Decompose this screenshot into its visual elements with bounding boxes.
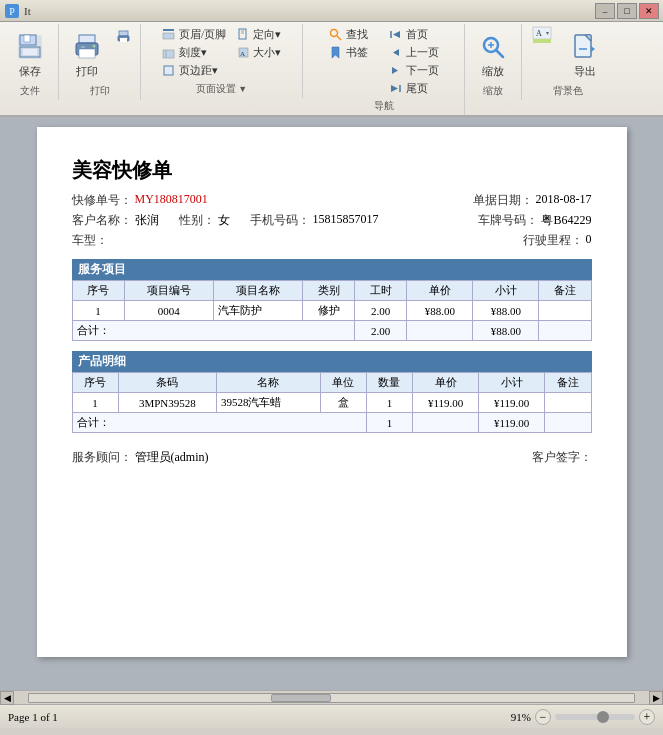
maximize-btn[interactable]: □	[617, 3, 637, 19]
bg-dropdown-btn[interactable]: A	[528, 26, 556, 43]
window-title: It	[24, 5, 595, 17]
svg-text:P: P	[9, 6, 15, 17]
export-button[interactable]: 导出	[563, 26, 607, 82]
product-section-title: 产品明细	[72, 351, 592, 372]
scroll-right-btn[interactable]: ▶	[649, 691, 663, 705]
first-page-icon	[389, 28, 403, 42]
svg-rect-9	[79, 49, 95, 58]
product-col-seq: 序号	[72, 373, 118, 393]
zoom-slider-thumb[interactable]	[597, 711, 609, 723]
margin-icon	[162, 64, 176, 78]
find-icon	[329, 28, 343, 42]
orientation-icon	[236, 28, 250, 42]
close-btn[interactable]: ✕	[639, 3, 659, 19]
advisor-info: 服务顾问： 管理员(admin)	[72, 449, 209, 466]
zoom-slider[interactable]	[555, 714, 635, 720]
svg-rect-12	[119, 31, 128, 36]
svg-rect-41	[533, 39, 551, 43]
pagesetup-expand-icon[interactable]: ▼	[238, 84, 247, 94]
header-footer-icon	[162, 28, 176, 42]
app-icon: P	[4, 3, 20, 19]
scale-icon	[162, 46, 176, 60]
customer-label: 客户名称：	[72, 212, 132, 229]
margin-btn[interactable]: 页边距▾	[158, 62, 230, 79]
prev-page-btn[interactable]: 上一页	[385, 44, 443, 61]
page-indicator: Page 1 of 1	[8, 711, 58, 723]
svg-rect-4	[24, 35, 30, 42]
print-group-label: 打印	[90, 84, 110, 98]
svg-text:A: A	[536, 29, 542, 38]
horizontal-scrollbar: ◀ ▶	[0, 690, 663, 704]
phone-label: 手机号码：	[250, 212, 310, 229]
date-value: 2018-08-17	[536, 192, 592, 209]
find-btn[interactable]: 查找	[325, 26, 372, 43]
service-section-title: 服务项目	[72, 259, 592, 280]
svg-marker-47	[591, 46, 595, 52]
zoom-out-btn[interactable]: −	[535, 709, 551, 725]
product-col-total: 小计	[479, 373, 545, 393]
plate-value: 粤B64229	[541, 212, 591, 229]
product-col-qty: 数量	[366, 373, 412, 393]
svg-marker-33	[392, 67, 398, 74]
header-footer-btn[interactable]: 页眉/页脚	[158, 26, 230, 43]
zoom-icon	[477, 31, 509, 62]
plate-label: 车牌号码：	[478, 212, 538, 229]
zoom-button[interactable]: 缩放	[471, 26, 515, 82]
scroll-track[interactable]	[28, 693, 635, 703]
table-row: 1 0004 汽车防护 修护 2.00 ¥88.00 ¥88.00	[72, 301, 591, 321]
gender-value: 女	[218, 212, 230, 229]
doc-info-row1: 快修单号： MY180817001 单据日期： 2018-08-17	[72, 192, 592, 209]
bookmark-icon	[329, 46, 343, 60]
minimize-btn[interactable]: –	[595, 3, 615, 19]
last-page-btn[interactable]: 尾页	[385, 80, 443, 97]
next-page-icon	[389, 64, 403, 78]
service-col-total: 小计	[473, 281, 539, 301]
print-small-btn[interactable]	[112, 28, 134, 45]
svg-rect-20	[165, 67, 172, 74]
mileage-value: 0	[586, 232, 592, 249]
size-btn[interactable]: A 大小▾	[232, 44, 285, 61]
ribbon-group-file: 保存 文件	[4, 24, 59, 100]
svg-rect-6	[23, 49, 37, 55]
mileage-label: 行驶里程：	[523, 232, 583, 249]
product-col-unit: 单位	[320, 373, 366, 393]
save-button[interactable]: 保存	[8, 26, 52, 82]
service-col-code: 项目编号	[124, 281, 213, 301]
product-table: 序号 条码 名称 单位 数量 单价 小计 备注 1 3MPN39528 3952…	[72, 372, 592, 433]
svg-line-27	[337, 36, 341, 40]
first-page-btn[interactable]: 首页	[385, 26, 443, 43]
svg-rect-15	[163, 29, 174, 31]
status-bar: Page 1 of 1 91% − +	[0, 704, 663, 728]
scroll-thumb[interactable]	[271, 694, 331, 702]
doc-title: 美容快修单	[72, 157, 592, 184]
zoom-in-btn[interactable]: +	[639, 709, 655, 725]
service-col-name: 项目名称	[213, 281, 302, 301]
scroll-left-btn[interactable]: ◀	[0, 691, 14, 705]
title-bar: P It – □ ✕	[0, 0, 663, 22]
svg-point-11	[93, 44, 96, 47]
svg-rect-16	[163, 33, 174, 39]
doc-info-row3: 车型： 行驶里程： 0	[72, 232, 592, 249]
svg-rect-17	[163, 50, 174, 58]
svg-rect-10	[81, 46, 85, 48]
zoom-percent: 91%	[511, 711, 531, 723]
ribbon-group-pagesetup: 页眉/页脚 刻度▾ 页边距▾	[143, 24, 303, 98]
scale-btn[interactable]: 刻度▾	[158, 44, 230, 61]
product-subtotal-row: 合计： 1 ¥119.00	[72, 413, 591, 433]
service-col-note: 备注	[539, 281, 591, 301]
service-col-type: 类别	[302, 281, 354, 301]
export-icon	[569, 31, 601, 62]
ribbon-group-zoom: 缩放 缩放	[467, 24, 522, 100]
doc-info-row2: 客户名称： 张润 性别： 女 手机号码： 15815857017 车牌号码： 粤…	[72, 212, 592, 229]
bookmark-btn[interactable]: 书签	[325, 44, 372, 61]
orientation-btn[interactable]: 定向▾	[232, 26, 285, 43]
file-group-label: 文件	[20, 84, 40, 98]
customer-value: 张润	[135, 212, 159, 229]
print-button[interactable]: 打印	[65, 26, 109, 82]
nav-group-label: 导航	[374, 99, 394, 113]
service-table: 序号 项目编号 项目名称 类别 工时 单价 小计 备注 1 0004 汽车防护 …	[72, 280, 592, 341]
product-col-price: 单价	[412, 373, 478, 393]
signature-info: 客户签字：	[532, 449, 592, 466]
print-icon	[71, 31, 103, 62]
next-page-btn[interactable]: 下一页	[385, 62, 443, 79]
